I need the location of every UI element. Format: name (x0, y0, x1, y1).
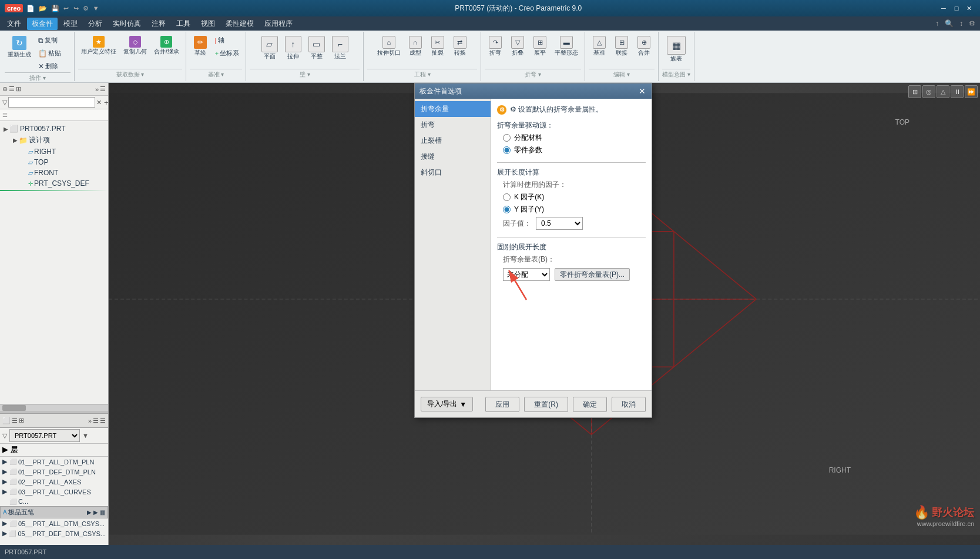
menu-item-file[interactable]: 文件 (2, 18, 26, 30)
menu-item-flex[interactable]: 柔性建模 (221, 18, 259, 30)
undo-btn[interactable]: ↩ (63, 5, 69, 12)
cancel-btn[interactable]: 取消 (612, 397, 646, 412)
apply-btn[interactable]: 应用 (485, 397, 519, 412)
menu-item-sheetmetal[interactable]: 板金件 (27, 18, 58, 30)
regenerate-btn[interactable]: ↻ 重新生成 (5, 34, 34, 72)
menu-item-simulation[interactable]: 实时仿真 (108, 18, 146, 30)
horiz-scrollbar[interactable] (0, 404, 108, 411)
bottom-expand-btn[interactable]: » (88, 417, 92, 424)
layer-item-7[interactable]: ▶ ⬜ 05__PRT_ALL_DTM_CSYS... (0, 518, 108, 528)
help-btn[interactable]: ↑ (933, 18, 941, 29)
part-bend-table-btn[interactable]: 零件折弯余量表(P)... (555, 268, 630, 281)
filter-add-btn[interactable]: + (104, 98, 109, 107)
minimize-btn[interactable]: ─ (938, 3, 949, 14)
layer-item-1[interactable]: ▶ ⬜ 01__PRT_ALL_DTM_PLN (0, 457, 108, 467)
bottom-icon5[interactable]: ☰ (93, 417, 99, 424)
misc-btn[interactable]: ⚙ (83, 5, 89, 12)
vp-btn-3[interactable]: △ (937, 85, 949, 98)
menu-item-annotate[interactable]: 注释 (147, 18, 170, 30)
reset-btn[interactable]: 重置(R) (524, 397, 568, 412)
nav-item-seam[interactable]: 接缝 (415, 149, 491, 165)
vp-btn-5[interactable]: ⏩ (965, 85, 978, 98)
copy-btn[interactable]: ⧉复制 (35, 34, 71, 46)
radio-yfactor[interactable]: Y 因子(Y) (503, 205, 646, 215)
tree-item-design[interactable]: ▶ 📁 设计项 (0, 134, 108, 146)
radio-part-param[interactable]: 零件参数 (503, 145, 646, 155)
factor-value-select[interactable]: 0.5 0.3 0.4 0.6 (536, 217, 583, 230)
import-export-btn[interactable]: 导入/导出 ▼ (421, 397, 473, 411)
vp-btn-4[interactable]: ⏸ (951, 85, 964, 98)
new-btn[interactable]: 📄 (26, 5, 35, 12)
layer-item-3[interactable]: ▶ ⬜ 02__PRT_ALL_AXES (0, 477, 108, 487)
extrude-btn[interactable]: ↑ 拉伸 (282, 34, 304, 62)
convert-btn[interactable]: ⇄ 转换 (449, 34, 471, 59)
merge-inherit-btn[interactable]: ⊕ 合并/继承 (151, 34, 182, 58)
tree-settings-btn[interactable]: ☰ (100, 85, 106, 93)
filter-clear-btn[interactable]: ✕ (96, 98, 102, 107)
link-btn[interactable]: ⊞ 联接 (611, 34, 632, 59)
layers-expand-icon[interactable]: ▶ (2, 446, 8, 454)
bottom-icon2[interactable]: ☰ (12, 417, 18, 424)
tree-item-right[interactable]: ▱ RIGHT (0, 146, 108, 157)
bottom-icon6[interactable]: ☰ (100, 417, 106, 424)
layer-item-5[interactable]: ⬜ C... (0, 497, 108, 506)
flat-form-btn[interactable]: ▬ 平整形态 (552, 34, 581, 59)
nav-item-bend-allowance[interactable]: 折弯余量 (415, 101, 491, 117)
settings-btn[interactable]: ⚙ (966, 18, 978, 29)
menu-item-model[interactable]: 模型 (59, 18, 82, 30)
maximize-btn[interactable]: □ (951, 3, 962, 14)
axis-btn[interactable]: |轴 (212, 34, 242, 46)
bottom-icon3[interactable]: ⊞ (19, 417, 24, 424)
tree-icon1[interactable]: ⊕ (2, 85, 8, 93)
radio-kfactor[interactable]: K 因子(K) (503, 192, 646, 202)
fold2-btn[interactable]: ▽ 折叠 (507, 34, 528, 59)
radio-part-param-input[interactable] (503, 146, 511, 154)
delete-btn[interactable]: ✕删除 (35, 60, 71, 72)
tree-icon2[interactable]: ☰ (9, 85, 15, 93)
tree-icon3[interactable]: ⊞ (16, 85, 21, 93)
csys-btn[interactable]: +坐标系 (212, 47, 242, 59)
sketch-btn[interactable]: ✏ 草绘 (190, 34, 211, 59)
paste-btn[interactable]: 📋粘贴 (35, 47, 71, 59)
filter-input[interactable] (8, 97, 95, 108)
vp-btn-2[interactable]: ◎ (922, 85, 935, 98)
menu-item-view[interactable]: 视图 (196, 18, 220, 30)
scrollbar-thumb[interactable] (2, 405, 26, 411)
unfold-btn[interactable]: ⊞ 展平 (529, 34, 551, 59)
menu-item-tools[interactable]: 工具 (172, 18, 195, 30)
menu-item-apps[interactable]: 应用程序 (260, 18, 297, 30)
save-btn[interactable]: 💾 (51, 5, 59, 12)
ok-btn[interactable]: 确定 (573, 397, 607, 412)
notifications-btn[interactable]: ↕ (957, 18, 965, 29)
layer-item-8[interactable]: ▶ ⬜ 05__PRT_DEF_DTM_CSYS... (0, 528, 108, 538)
fold1-btn[interactable]: ↷ 折弯 (485, 34, 506, 59)
radio-yfactor-input[interactable] (503, 206, 511, 213)
tree-item-csys[interactable]: ✛ PRT_CSYS_DEF (0, 178, 108, 189)
user-feature-btn[interactable]: ★ 用户定义特征 (78, 34, 119, 58)
layer-item-2[interactable]: ▶ ⬜ 01__PRT_DEF_DTM_PLN (0, 467, 108, 477)
tree-item-root[interactable]: ▶ ⬜ PRT0057.PRT (0, 123, 108, 134)
nav-item-bend[interactable]: 折弯 (415, 117, 491, 133)
tree-item-top[interactable]: ▱ TOP (0, 157, 108, 168)
vp-btn-1[interactable]: ⊞ (908, 85, 921, 98)
open-btn[interactable]: 📂 (39, 5, 47, 12)
nav-item-relief[interactable]: 止裂槽 (415, 133, 491, 149)
extrude-cut-btn[interactable]: ⌂ 拉伸切口 (374, 34, 404, 59)
radio-material[interactable]: 分配材料 (503, 133, 646, 143)
close-btn[interactable]: ✕ (964, 3, 975, 14)
tree-expand-btn[interactable]: » (95, 86, 99, 93)
radio-material-input[interactable] (503, 134, 511, 142)
flat-btn[interactable]: ▭ 平整 (306, 34, 328, 62)
datum2-btn[interactable]: △ 基准 (589, 34, 610, 59)
tree-item-front[interactable]: ▱ FRONT (0, 168, 108, 178)
bottom-icon1[interactable]: ⬜ (2, 417, 11, 424)
dialog-close-btn[interactable]: ✕ (637, 86, 647, 96)
copy-geom-btn[interactable]: ◇ 复制几何 (120, 34, 150, 58)
layer-item-4[interactable]: ▶ ⬜ 03__PRT_ALL_CURVES (0, 487, 108, 497)
merge-btn[interactable]: ⊕ 合并 (633, 34, 655, 59)
search-btn[interactable]: 🔍 (942, 18, 956, 29)
family-table-btn[interactable]: ▦ 族表 (664, 34, 689, 65)
flange-btn[interactable]: ⌐ 法兰 (329, 34, 351, 62)
ime-toolbar[interactable]: A 极品五笔 ▶ ▶ ▦ (0, 506, 108, 518)
plane-btn[interactable]: ▱ 平面 (259, 34, 281, 62)
